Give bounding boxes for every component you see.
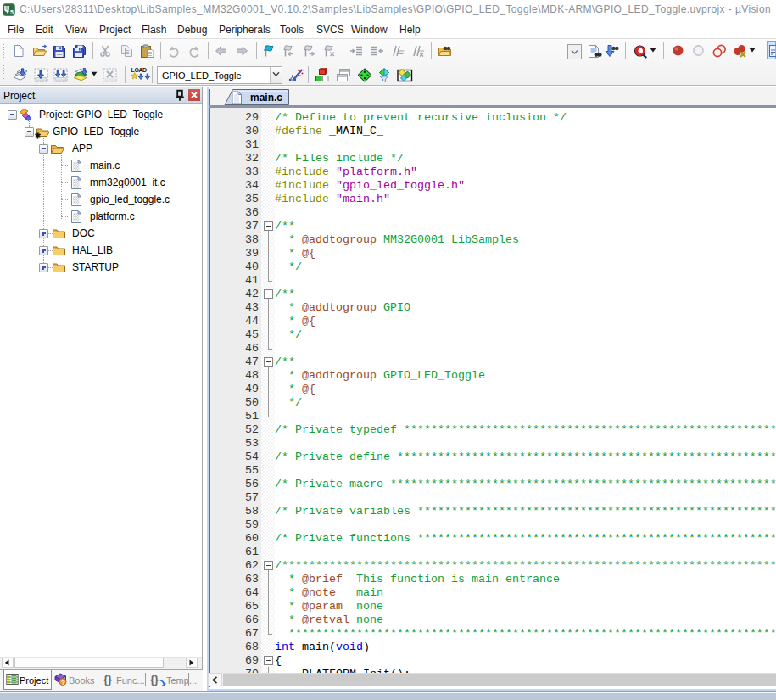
svg-text:5: 5 [10,9,14,15]
svg-text:LOAD: LOAD [131,67,148,73]
svg-text:?: ? [61,679,65,686]
